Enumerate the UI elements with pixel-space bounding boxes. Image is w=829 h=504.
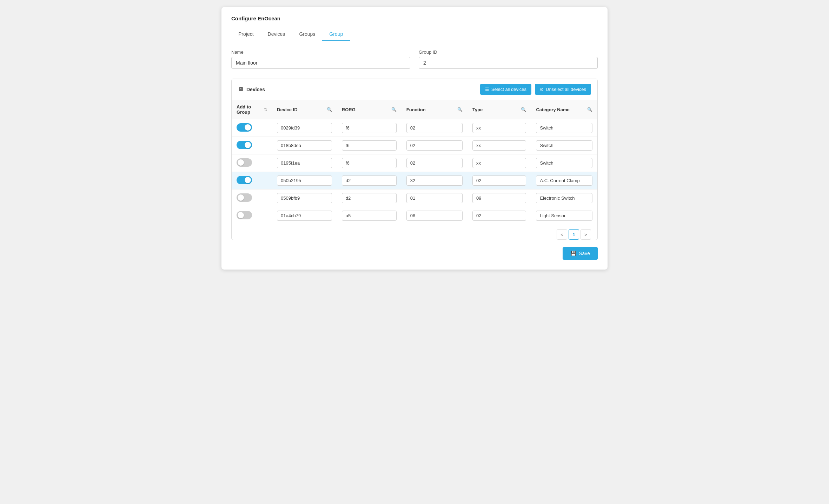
rorg-cell	[337, 154, 402, 172]
device_id-cell	[272, 119, 337, 137]
type-input[interactable]	[472, 175, 526, 186]
device_id-input[interactable]	[277, 158, 332, 168]
rorg-cell	[337, 190, 402, 207]
category_name-cell	[531, 154, 597, 172]
search-icon: 🔍	[521, 107, 526, 112]
col-category-name: Category Name 🔍	[531, 100, 597, 119]
device_id-cell	[272, 172, 337, 190]
devices-title: 🖥 Devices	[238, 86, 265, 93]
rorg-input[interactable]	[342, 123, 397, 133]
search-icon: 🔍	[391, 107, 397, 112]
device_id-input[interactable]	[277, 211, 332, 221]
category_name-cell	[531, 207, 597, 225]
type-input[interactable]	[472, 140, 526, 151]
category_name-cell	[531, 137, 597, 154]
tab-devices[interactable]: Devices	[261, 28, 292, 41]
save-icon: 💾	[570, 251, 576, 256]
tab-bar: Project Devices Groups Group	[231, 28, 598, 41]
device_id-input[interactable]	[277, 123, 332, 133]
toggle-cell	[232, 137, 272, 154]
rorg-input[interactable]	[342, 175, 397, 186]
table-header-row: Add to Group ⇅ Device ID 🔍	[232, 100, 597, 119]
rorg-input[interactable]	[342, 158, 397, 168]
table-row	[232, 207, 597, 225]
groupid-label: Group ID	[419, 49, 598, 55]
device_id-input[interactable]	[277, 175, 332, 186]
page-1-button[interactable]: 1	[569, 229, 579, 240]
type-input[interactable]	[472, 158, 526, 168]
table-body	[232, 119, 597, 225]
groupid-input[interactable]	[419, 57, 598, 69]
add-to-group-toggle[interactable]	[237, 211, 252, 219]
select-all-button[interactable]: ☰ Select all devices	[480, 84, 531, 95]
add-to-group-toggle[interactable]	[237, 158, 252, 167]
category_name-cell	[531, 172, 597, 190]
rorg-input[interactable]	[342, 193, 397, 203]
search-icon: 🔍	[457, 107, 463, 112]
device_id-cell	[272, 137, 337, 154]
devices-table: Add to Group ⇅ Device ID 🔍	[232, 100, 597, 224]
category_name-cell	[531, 190, 597, 207]
tab-project[interactable]: Project	[231, 28, 261, 41]
table-row	[232, 137, 597, 154]
device_id-input[interactable]	[277, 193, 332, 203]
devices-section: 🖥 Devices ☰ Select all devices ⊘ Unselec…	[231, 79, 598, 240]
type-input[interactable]	[472, 211, 526, 221]
tab-groups[interactable]: Groups	[292, 28, 322, 41]
next-page-button[interactable]: >	[581, 229, 591, 240]
category_name-cell	[531, 119, 597, 137]
function-input[interactable]	[406, 175, 463, 186]
prev-page-button[interactable]: <	[557, 229, 567, 240]
rorg-cell	[337, 119, 402, 137]
function-input[interactable]	[406, 123, 463, 133]
table-row	[232, 154, 597, 172]
name-input[interactable]	[231, 57, 410, 69]
pagination: < 1 >	[232, 224, 597, 240]
device_id-input[interactable]	[277, 140, 332, 151]
table-row	[232, 190, 597, 207]
devices-actions: ☰ Select all devices ⊘ Unselect all devi…	[480, 84, 591, 95]
rorg-input[interactable]	[342, 211, 397, 221]
table-row	[232, 119, 597, 137]
col-function: Function 🔍	[402, 100, 467, 119]
name-group: Name	[231, 49, 410, 69]
type-cell	[467, 190, 531, 207]
type-cell	[467, 119, 531, 137]
name-label: Name	[231, 49, 410, 55]
device_id-cell	[272, 154, 337, 172]
col-add-to-group: Add to Group ⇅	[232, 100, 272, 119]
category_name-input[interactable]	[536, 193, 592, 203]
rorg-input[interactable]	[342, 140, 397, 151]
category_name-input[interactable]	[536, 123, 592, 133]
add-to-group-toggle[interactable]	[237, 176, 252, 184]
table-wrapper: Add to Group ⇅ Device ID 🔍	[232, 100, 597, 224]
type-cell	[467, 154, 531, 172]
table-row	[232, 172, 597, 190]
type-cell	[467, 172, 531, 190]
function-cell	[402, 172, 467, 190]
function-input[interactable]	[406, 158, 463, 168]
tab-group[interactable]: Group	[322, 28, 350, 41]
devices-header: 🖥 Devices ☰ Select all devices ⊘ Unselec…	[232, 79, 597, 100]
rorg-cell	[337, 137, 402, 154]
category_name-input[interactable]	[536, 158, 592, 168]
function-input[interactable]	[406, 193, 463, 203]
function-input[interactable]	[406, 140, 463, 151]
toggle-cell	[232, 190, 272, 207]
list-icon: ☰	[485, 87, 489, 92]
monitor-icon: 🖥	[238, 86, 244, 93]
function-input[interactable]	[406, 211, 463, 221]
type-input[interactable]	[472, 193, 526, 203]
add-to-group-toggle[interactable]	[237, 193, 252, 202]
rorg-cell	[337, 172, 402, 190]
type-input[interactable]	[472, 123, 526, 133]
category_name-input[interactable]	[536, 175, 592, 186]
form-section: Name Group ID	[231, 49, 598, 69]
type-cell	[467, 207, 531, 225]
category_name-input[interactable]	[536, 140, 592, 151]
add-to-group-toggle[interactable]	[237, 123, 252, 132]
save-button[interactable]: 💾 Save	[563, 247, 598, 260]
category_name-input[interactable]	[536, 211, 592, 221]
unselect-all-button[interactable]: ⊘ Unselect all devices	[535, 84, 591, 95]
add-to-group-toggle[interactable]	[237, 141, 252, 149]
